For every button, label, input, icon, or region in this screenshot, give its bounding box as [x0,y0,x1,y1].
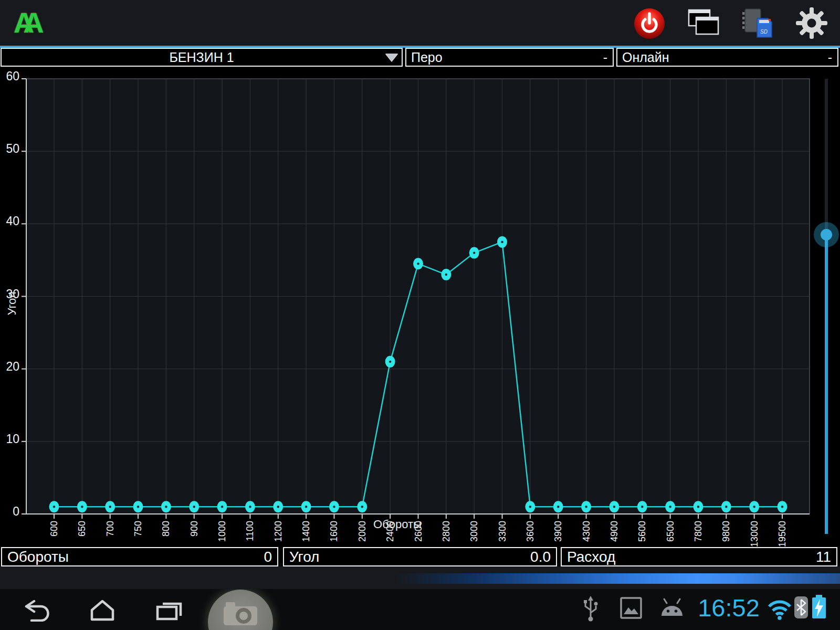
consumption-value: 11 [816,549,836,565]
online-label: Онлайн [617,50,669,65]
battery-icon [812,597,826,618]
svg-text:Угол: Угол [5,291,18,315]
svg-text:3900: 3900 [553,521,563,542]
svg-text:3300: 3300 [497,521,508,542]
online-value: - [828,50,837,65]
pen-value: - [603,50,613,65]
svg-text:1100: 1100 [245,521,255,541]
fuel-map-dropdown[interactable]: БЕНЗИН 1 [1,48,403,67]
svg-text:2000: 2000 [357,521,368,542]
fuel-map-selected-label: БЕНЗИН 1 [169,50,234,65]
svg-text:0: 0 [13,505,19,518]
svg-text:9800: 9800 [721,521,731,542]
bluetooth-icon [794,596,808,618]
svg-text:600: 600 [49,521,59,537]
svg-text:13000: 13000 [749,521,760,547]
back-icon [18,598,51,622]
rpm-value: 0 [264,549,277,565]
svg-text:3000: 3000 [469,521,479,542]
app-logo[interactable]: AA [14,6,44,39]
map-slider-thumb[interactable] [814,222,839,247]
settings-button[interactable] [795,6,828,40]
svg-text:19500: 19500 [777,521,788,547]
battery-nub [816,595,822,597]
svg-text:40: 40 [6,214,19,228]
svg-text:900: 900 [189,521,200,537]
svg-text:60: 60 [6,69,19,83]
home-icon [86,598,119,622]
online-field[interactable]: Онлайн - [616,48,838,67]
windows-button[interactable] [687,6,720,40]
svg-text:2800: 2800 [441,521,452,542]
sdcard-button[interactable]: SD [741,6,775,40]
wifi-icon [766,596,793,623]
consumption-label: Расход [562,549,615,565]
svg-text:1400: 1400 [301,521,311,542]
rpm-readout: Обороты 0 [1,547,278,566]
svg-text:5600: 5600 [637,521,647,542]
svg-text:700: 700 [105,521,116,537]
action-bar: AA [0,0,840,46]
svg-text:SD: SD [760,29,768,35]
bottom-divider [0,566,840,589]
svg-text:3600: 3600 [525,521,536,542]
windows-icon [687,6,720,40]
back-button[interactable] [18,598,51,622]
navigation-bar: 16:52 [0,589,840,630]
svg-text:20: 20 [6,360,19,373]
usb-icon [582,595,600,625]
camera-icon [218,594,262,630]
home-button[interactable] [86,598,119,622]
recents-button[interactable] [152,598,186,622]
svg-text:800: 800 [161,521,171,537]
angle-label: Угол [284,549,319,565]
camera-button[interactable] [208,590,273,630]
dropdown-arrow-icon [385,54,398,61]
svg-text:4300: 4300 [581,521,592,542]
pen-field[interactable]: Перо - [405,48,614,67]
power-icon [633,6,666,40]
pen-label: Перо [406,50,443,65]
gear-icon [795,6,828,40]
svg-text:Обороты: Обороты [373,518,422,531]
svg-text:1600: 1600 [329,521,339,542]
svg-text:1000: 1000 [217,521,227,542]
map-slider-fill [825,235,828,534]
consumption-readout: Расход 11 [561,547,837,566]
ignition-angle-chart[interactable]: 6006507007508009001000110012001400160020… [0,67,840,544]
app-screen: AA [0,0,840,630]
svg-text:10: 10 [6,432,19,446]
svg-text:4900: 4900 [609,521,620,542]
svg-text:50: 50 [6,142,19,155]
blue-glow-bar [0,573,840,584]
svg-text:650: 650 [77,521,87,537]
svg-text:6500: 6500 [665,521,676,542]
android-icon [659,597,685,620]
clock[interactable]: 16:52 [692,593,765,622]
power-button[interactable] [633,6,666,40]
svg-text:1200: 1200 [273,521,284,542]
recents-icon [152,598,186,622]
svg-text:750: 750 [133,521,143,537]
angle-readout: Угол 0.0 [283,547,557,566]
sdcard-chip-icon: SD [741,6,775,40]
angle-value: 0.0 [530,549,556,565]
svg-text:7800: 7800 [693,521,704,542]
gallery-icon [620,596,643,622]
slider-thumb-dot [821,229,832,240]
rpm-label: Обороты [2,549,69,565]
